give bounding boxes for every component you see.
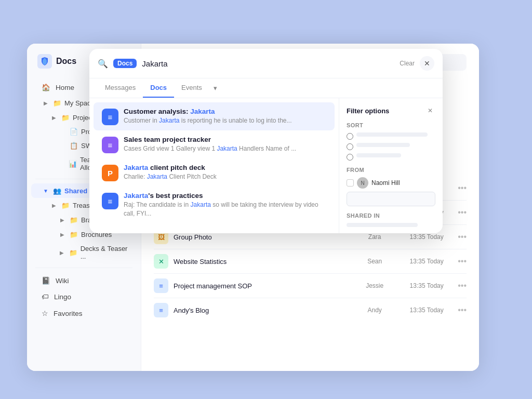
sort-radio-group [347,132,435,161]
doc-list-time: 13:35 Today [401,282,453,289]
expand-icon[interactable]: ▶ [58,248,66,257]
sort-label-skeleton [356,132,428,137]
doc-list-more-button[interactable]: ••• [458,183,467,193]
filter-panel-title: Filter options [347,107,389,115]
sort-option-2[interactable] [347,143,435,150]
doc-list-time: 13:35 Today [401,258,453,265]
home-icon: 🏠 [42,83,50,91]
expand-icon[interactable]: ▶ [50,113,58,122]
sort-option-3[interactable] [347,153,435,161]
search-tabs: Messages Docs Events ▾ [89,78,443,98]
result-icon: ≡ [102,109,118,125]
doc-list-name: Group Photo [174,233,349,241]
doc-list-more-button[interactable]: ••• [458,305,467,315]
expand-icon[interactable]: ▶ [58,216,66,224]
highlight: Jakarta [191,201,211,208]
from-input[interactable] [347,192,435,206]
expand-icon[interactable]: ▶ [58,230,66,238]
result-excerpt: Cases Grid view 1 Gallery view 1 Jakarta… [124,144,296,153]
doc-list-user: Jessie [354,282,395,289]
highlight: Jakarta [159,117,179,124]
search-icon: 🔍 [98,59,108,69]
result-title: Jakarta client pitch deck [124,164,217,171]
expand-icon[interactable]: ▶ [50,201,58,209]
sidebar-item-label: Favorites [54,310,83,317]
folder-icon: 📁 [70,216,78,224]
doc-list-item[interactable]: ≡ Andy's Blog Andy 13:35 Today ••• [154,298,467,322]
tab-more[interactable]: ▾ [209,79,221,97]
sort-radio[interactable] [347,133,353,140]
search-overlay-header: 🔍 Docs Jakarta Clear ✕ [89,49,443,78]
divider [35,268,132,268]
doc-list-time: 13:35 Today [401,307,453,314]
doc-list-more-button[interactable]: ••• [458,281,467,290]
sidebar-item-lingo[interactable]: 🏷 Lingo [31,289,137,305]
tab-messages[interactable]: Messages [98,78,143,98]
result-title: Jakarta's best practices [124,192,326,200]
sidebar-item-label: Decks & Teaser ... [81,245,130,260]
search-result-item[interactable]: ≡ Sales team project tracker Cases Grid … [94,130,335,158]
doc-list-more-button[interactable]: ••• [458,257,467,266]
doc-list-name: Andy's Blog [174,307,349,314]
filter-panel: Filter options ✕ sort [339,98,443,233]
chevron-down-icon: ▾ [214,84,217,92]
expand-icon[interactable]: ▶ [42,99,50,107]
shared-in-skeleton [347,223,418,227]
search-query-text: Jakarta [142,59,167,68]
sidebar-item-wiki[interactable]: 📓 Wiki [31,272,137,289]
shared-spaces-icon: 👥 [53,187,61,195]
sidebar-item-label: Lingo [54,293,71,301]
tab-events[interactable]: Events [174,78,209,98]
doc-list-name: Project management SOP [174,282,349,290]
search-result-item[interactable]: P Jakarta client pitch deck Charlie: Jak… [94,158,335,187]
sidebar-item-decks-teaser[interactable]: ▶ 📁 Decks & Teaser ... [31,242,137,263]
filter-close-button[interactable]: ✕ [425,105,435,116]
search-result-item[interactable]: ≡ Customer analysis: Jakarta Customer in… [94,102,335,130]
doc-icon: 📊 [69,160,77,168]
doc-list-more-button[interactable]: ••• [458,232,467,242]
wiki-icon: 📓 [42,276,50,285]
result-content: Jakarta client pitch deck Charlie: Jakar… [124,164,217,181]
doc-list-item[interactable]: ≡ Project management SOP Jessie 13:35 To… [154,274,467,298]
sidebar-item-favorites[interactable]: ☆ Favorites [31,305,137,322]
search-chip-docs: Docs [113,59,137,68]
doc-list-more-button[interactable]: ••• [458,208,467,217]
favorites-icon: ☆ [42,309,48,317]
result-icon: ≡ [102,193,118,209]
from-user-name: Naomi Hill [371,179,400,187]
folder-icon: 📁 [61,202,70,209]
lingo-icon: 🏷 [42,293,49,301]
search-result-item[interactable]: ≡ Jakarta's best practices Raj: The cand… [94,187,335,223]
sort-label-skeleton [356,153,401,157]
doc-icon: 📄 [70,128,78,136]
filter-from-row: N Naomi Hill [347,177,435,189]
filter-avatar: N [357,177,368,189]
sort-radio[interactable] [347,154,353,161]
highlight: Jakarta [190,108,215,115]
sort-label-skeleton [356,143,410,147]
highlight: Jakarta [124,164,148,171]
app-name: Docs [56,57,76,66]
from-checkbox[interactable] [347,179,354,187]
search-clear-button[interactable]: Clear [400,60,415,67]
result-title: Sales team project tracker [124,136,296,143]
sidebar-item-label: Wiki [56,277,69,285]
sort-option-1[interactable] [347,132,435,140]
search-close-button[interactable]: ✕ [420,56,434,71]
doc-list-user: Zara [354,233,395,241]
sort-label: sort [347,122,435,128]
doc-list-icon: ≡ [154,303,168,317]
result-title: Customer analysis: Jakarta [124,108,292,115]
sidebar-item-label: Home [56,84,74,91]
sort-radio[interactable] [347,143,353,150]
shared-in-label: Shared in [347,212,435,219]
search-overlay: 🔍 Docs Jakarta Clear ✕ Messages Docs Eve… [89,49,443,233]
highlight: Jakarta [217,145,237,152]
doc-list-name: Website Statistics [174,258,349,265]
doc-list-item[interactable]: ✕ Website Statistics Sean 13:35 Today ••… [154,249,467,274]
expand-icon[interactable]: ▼ [42,187,50,195]
folder-icon: 📁 [70,231,78,238]
doc-list-user: Andy [354,307,395,314]
highlight: Jakarta [147,173,167,180]
tab-docs[interactable]: Docs [143,78,174,98]
